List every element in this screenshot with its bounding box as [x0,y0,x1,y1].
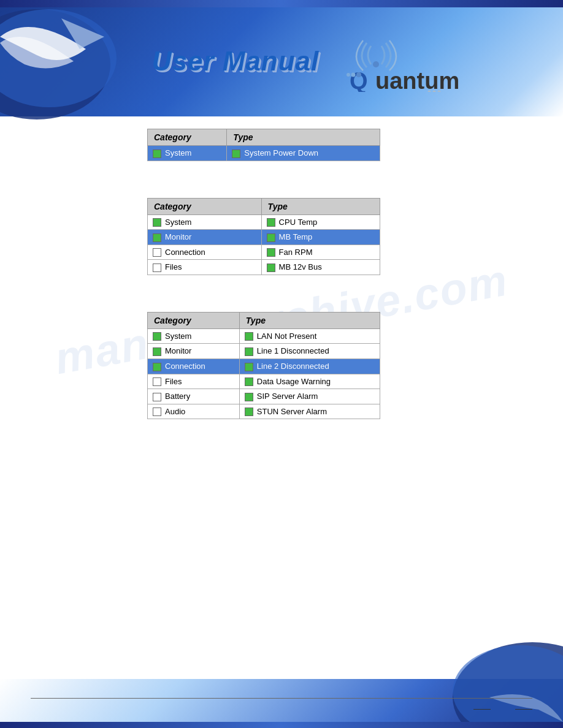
footer-line [31,698,532,710]
type-color-box [245,363,253,371]
table-row: FilesData Usage Warning [148,374,380,389]
table3-header-category: Category [148,312,240,328]
footer-strip [0,722,563,728]
type-cell: MB 12v Bus [261,260,380,275]
type-label: SIP Server Alarm [257,392,318,401]
table-row: AudioSTUN Server Alarm [148,404,380,419]
type-label: Line 1 Disconnected [257,346,329,355]
type-cell: Data Usage Warning [239,374,380,389]
type-cell: STUN Server Alarm [239,404,380,419]
category-color-box [153,408,161,416]
category-label: System [165,148,191,157]
table-row: ConnectionLine 2 Disconnected [148,358,380,374]
category-label: System [165,218,191,227]
type-color-box [267,264,275,272]
type-color-box [245,332,253,341]
main-content: Category Type SystemSystem Power Down Ca… [0,129,563,419]
category-cell: Audio [148,404,240,419]
table2-header-type: Type [261,198,380,214]
category-label: Battery [165,392,190,401]
category-color-box [153,393,161,401]
table-row: MonitorLine 1 Disconnected [148,344,380,359]
footer-item-1 [473,702,491,710]
category-label: Files [165,377,182,386]
category-label: Connection [165,362,205,371]
type-cell: SIP Server Alarm [239,389,380,404]
type-color-box [267,248,275,257]
footer-right-decoration [440,636,563,728]
table-2: Category Type SystemCPU TempMonitorMB Te… [147,198,380,275]
table-row: FilesMB 12v Bus [148,260,380,275]
category-label: Monitor [165,232,191,241]
svg-text:Q: Q [350,68,368,92]
table3-header-type: Type [239,312,380,328]
svg-point-12 [453,645,563,728]
type-cell: Line 2 Disconnected [239,358,380,374]
category-label: Audio [165,407,185,416]
type-cell: Line 1 Disconnected [239,344,380,359]
table-section-2: Category Type SystemCPU TempMonitorMB Te… [147,198,416,275]
table1-header-type: Type [227,129,380,146]
header-content: User Manual uantum Q [0,0,563,92]
svg-point-7 [356,72,361,77]
type-cell: System Power Down [227,146,380,161]
category-color-box [153,332,161,341]
category-cell: Monitor [148,230,262,245]
category-color-box [153,347,161,356]
category-cell: System [148,214,262,230]
table-3: Category Type SystemLAN Not PresentMonit… [147,312,380,419]
type-cell: MB Temp [261,230,380,245]
type-label: Line 2 Disconnected [257,362,329,371]
type-label: Fan RPM [279,248,313,257]
category-cell: Files [148,260,262,275]
category-cell: System [148,146,227,161]
footer-item-2 [515,702,532,710]
category-label: System [165,332,191,341]
svg-point-2 [373,61,379,67]
type-label: MB 12v Bus [279,262,322,271]
quantum-logo: uantum Q [337,31,472,92]
type-label: System Power Down [244,148,318,157]
type-color-box [267,218,275,227]
category-cell: System [148,328,240,344]
table-section-3: Category Type SystemLAN Not PresentMonit… [147,312,416,419]
category-cell: Connection [148,245,262,260]
type-label: LAN Not Present [257,332,317,341]
table-row: BatterySIP Server Alarm [148,389,380,404]
quantum-logo-svg: uantum Q [337,31,472,92]
type-cell: CPU Temp [261,214,380,230]
svg-text:uantum: uantum [375,68,459,92]
type-color-box [245,408,253,416]
category-cell: Connection [148,358,240,374]
type-color-box [232,150,240,158]
type-color-box [245,347,253,356]
table-row: SystemLAN Not Present [148,328,380,344]
table-row: ConnectionFan RPM [148,245,380,260]
category-color-box [153,377,161,386]
category-color-box [153,218,161,227]
type-color-box [267,233,275,242]
type-color-box [245,377,253,386]
category-color-box [153,363,161,371]
type-color-box [245,393,253,401]
table-row: SystemSystem Power Down [148,146,380,161]
type-cell: Fan RPM [261,245,380,260]
svg-point-5 [347,73,350,77]
category-label: Monitor [165,346,191,355]
category-cell: Monitor [148,344,240,359]
category-color-box [153,248,161,257]
type-label: Data Usage Warning [257,377,331,386]
type-label: MB Temp [279,232,313,241]
type-label: STUN Server Alarm [257,407,327,416]
category-cell: Files [148,374,240,389]
category-cell: Battery [148,389,240,404]
category-color-box [153,150,161,158]
category-color-box [153,264,161,272]
table-1: Category Type SystemSystem Power Down [147,129,380,161]
table-section-1: Category Type SystemSystem Power Down [147,129,416,161]
svg-point-6 [351,73,356,77]
table-row: MonitorMB Temp [148,230,380,245]
category-color-box [153,233,161,242]
table1-header-category: Category [148,129,227,146]
type-cell: LAN Not Present [239,328,380,344]
